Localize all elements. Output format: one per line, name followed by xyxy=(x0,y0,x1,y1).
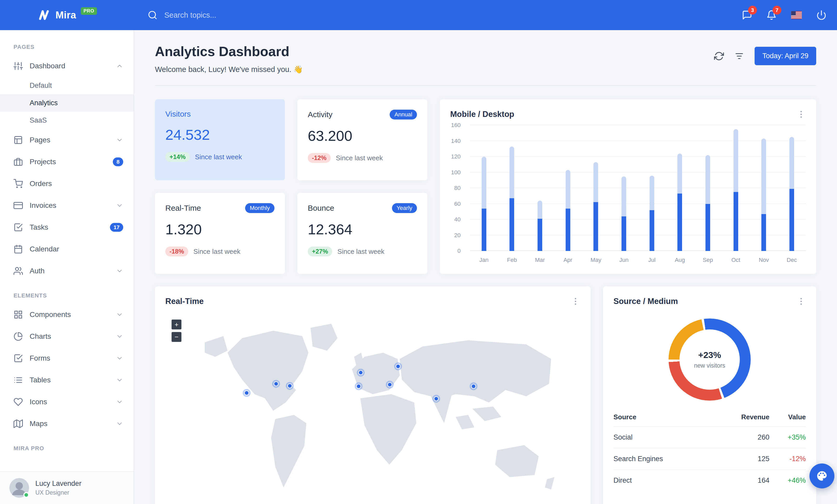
stat-card-real-time: Real-TimeMonthly1.320-18%Since last week xyxy=(155,193,285,274)
search-icon xyxy=(148,10,158,20)
bar-segment-mobile xyxy=(706,204,710,251)
notifications-count-badge: 7 xyxy=(772,6,781,15)
bar-segment-desktop xyxy=(733,129,738,192)
refresh-button[interactable] xyxy=(714,51,724,61)
header-divider xyxy=(155,85,816,86)
messages-count-badge: 3 xyxy=(748,6,757,15)
bar-segment-mobile xyxy=(482,209,486,251)
x-tick-label: Oct xyxy=(722,252,750,263)
bar-segment-desktop xyxy=(566,170,570,208)
stat-caption: Since last week xyxy=(336,154,383,162)
sidebar-section-pages: PAGES xyxy=(0,33,133,55)
x-tick-label: Jan xyxy=(470,252,498,263)
more-vertical-icon[interactable] xyxy=(797,110,806,119)
sidebar-item-auth[interactable]: Auth xyxy=(0,260,133,282)
y-tick-label: 140 xyxy=(451,138,461,145)
sidebar-item-components[interactable]: Components xyxy=(0,304,133,325)
sidebar-item-projects[interactable]: Projects8 xyxy=(0,151,133,173)
y-tick-label: 100 xyxy=(451,169,461,176)
us-flag-icon xyxy=(791,11,802,19)
stat-delta-badge: +27% xyxy=(308,246,332,257)
map-marker[interactable] xyxy=(396,364,400,369)
source-table-header-value: Value xyxy=(769,408,806,427)
sidebar: PAGESDashboardDefaultAnalyticsSaaSPagesP… xyxy=(0,30,134,504)
sidebar-item-dashboard[interactable]: Dashboard xyxy=(0,55,133,77)
map-marker[interactable] xyxy=(471,384,476,389)
stat-card-title: Real-Time xyxy=(165,204,201,212)
sidebar-item-pages[interactable]: Pages xyxy=(0,129,133,151)
x-tick-label: Jul xyxy=(638,252,666,263)
bar-segment-mobile xyxy=(789,189,794,251)
stat-period-badge[interactable]: Yearly xyxy=(392,203,417,213)
sidebar-item-invoices[interactable]: Invoices xyxy=(0,194,133,217)
sidebar-item-tables[interactable]: Tables xyxy=(0,369,133,391)
sidebar-subitem-default[interactable]: Default xyxy=(0,77,133,94)
sidebar-item-label: Tasks xyxy=(30,223,110,231)
map-zoom-out-button[interactable]: − xyxy=(172,332,181,342)
map-card-title: Real-Time xyxy=(165,297,204,306)
map-marker[interactable] xyxy=(358,371,363,375)
bar-segment-desktop xyxy=(761,138,766,214)
stat-cards: Visitors24.532+14%Since last weekActivit… xyxy=(155,99,427,274)
sidebar-subitem-saas[interactable]: SaaS xyxy=(0,112,133,129)
bar-apr xyxy=(554,125,582,251)
notifications-button[interactable]: 7 xyxy=(766,10,777,20)
map-marker[interactable] xyxy=(274,381,279,386)
stat-card-title: Bounce xyxy=(308,204,334,212)
sidebar-item-label: Maps xyxy=(30,419,116,428)
sidebar-subitem-analytics[interactable]: Analytics xyxy=(0,94,133,112)
stat-period-badge[interactable]: Annual xyxy=(390,110,417,119)
date-range-button[interactable]: Today: April 29 xyxy=(754,47,816,65)
map-marker[interactable] xyxy=(388,382,392,387)
stat-card-activity: ActivityAnnual63.200-12%Since last week xyxy=(297,99,427,180)
stat-period-badge[interactable]: Monthly xyxy=(245,203,274,213)
map-marker[interactable] xyxy=(356,384,361,389)
source-table-header-revenue: Revenue xyxy=(713,408,769,427)
heart-icon xyxy=(14,397,23,407)
language-button[interactable] xyxy=(791,11,802,19)
chevron-down-icon xyxy=(116,355,123,362)
main-content: Analytics Dashboard Welcome back, Lucy! … xyxy=(134,30,837,504)
shopping-cart-icon xyxy=(14,179,23,188)
sidebar-item-maps[interactable]: Maps xyxy=(0,413,133,435)
bar-segment-desktop xyxy=(482,157,486,209)
sidebar-item-orders[interactable]: Orders xyxy=(0,173,133,194)
map-marker[interactable] xyxy=(288,384,292,388)
more-vertical-icon[interactable] xyxy=(571,297,580,306)
sidebar-item-forms[interactable]: Forms xyxy=(0,347,133,369)
map-marker[interactable] xyxy=(434,396,439,401)
signout-button[interactable] xyxy=(816,10,826,20)
source-table-header-source: Source xyxy=(613,408,713,427)
stat-card-value: 1.320 xyxy=(165,221,274,238)
world-map[interactable]: + − xyxy=(165,313,580,504)
value-cell: +46% xyxy=(769,470,806,491)
bar-segment-desktop xyxy=(593,162,598,202)
brand[interactable]: Mira PRO xyxy=(0,8,134,22)
sidebar-item-label: Projects xyxy=(30,158,113,166)
sidebar-item-tasks[interactable]: Tasks17 xyxy=(0,217,133,238)
stat-card-value: 24.532 xyxy=(165,126,274,143)
bar-segment-mobile xyxy=(537,219,542,251)
messages-button[interactable]: 3 xyxy=(742,10,752,20)
sidebar-item-charts[interactable]: Charts xyxy=(0,325,133,347)
bar-segment-desktop xyxy=(649,175,654,210)
map-marker[interactable] xyxy=(245,391,249,395)
sidebar-user[interactable]: Lucy Lavender UX Designer xyxy=(0,471,133,504)
sidebar-section-mira-pro: MIRA PRO xyxy=(0,435,133,456)
map-icon xyxy=(14,419,23,428)
stat-card-bounce: BounceYearly12.364+27%Since last week xyxy=(297,193,427,274)
donut-center-label: +23% xyxy=(698,350,721,360)
search-input[interactable] xyxy=(163,11,288,20)
x-tick-label: Aug xyxy=(666,252,694,263)
sidebar-item-icons[interactable]: Icons xyxy=(0,391,133,413)
stat-card-title: Visitors xyxy=(165,110,191,118)
settings-fab[interactable] xyxy=(809,464,834,488)
map-zoom-in-button[interactable]: + xyxy=(172,320,181,330)
more-vertical-icon[interactable] xyxy=(797,297,806,306)
sidebar-item-label: Orders xyxy=(30,180,123,188)
filter-button[interactable] xyxy=(734,51,744,61)
source-table: SourceRevenueValue Social260+35%Search E… xyxy=(613,408,806,491)
sidebar-item-label: Icons xyxy=(30,398,116,406)
sidebar-item-calendar[interactable]: Calendar xyxy=(0,238,133,260)
bar-chart-y-axis: 020406080100120140160 xyxy=(450,125,466,251)
